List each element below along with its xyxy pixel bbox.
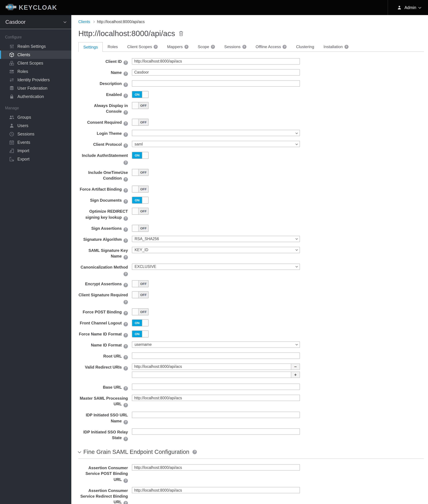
assertion-consumer-service-post-binding-url-input[interactable]	[132, 464, 300, 471]
assertion-consumer-service-redirect-binding-url-input[interactable]	[132, 487, 300, 493]
help-icon[interactable]: ?	[123, 272, 128, 276]
help-icon[interactable]: ?	[184, 45, 189, 49]
user-menu[interactable]: Admin	[388, 0, 428, 15]
tab-offline-access[interactable]: Offline Access?	[251, 42, 291, 51]
login-theme-select[interactable]	[132, 130, 300, 136]
help-icon[interactable]: ?	[123, 478, 128, 483]
root-url-input[interactable]	[132, 352, 300, 359]
help-icon[interactable]: ?	[123, 111, 128, 115]
force-artifact-binding-toggle[interactable]: OFF	[132, 186, 149, 193]
tab-installation[interactable]: Installation?	[319, 42, 353, 51]
help-icon[interactable]: ?	[193, 450, 197, 454]
description-input[interactable]	[132, 80, 300, 87]
help-icon[interactable]: ?	[123, 403, 128, 407]
help-icon[interactable]: ?	[123, 255, 128, 260]
sidebar-item-users[interactable]: Users	[0, 121, 71, 130]
help-icon[interactable]: ?	[123, 283, 128, 288]
sidebar-item-realm-settings[interactable]: Realm Settings	[0, 42, 71, 50]
client-signature-required-toggle[interactable]: OFF	[132, 291, 149, 298]
help-icon[interactable]: ?	[123, 83, 128, 87]
help-icon[interactable]: ?	[154, 45, 158, 49]
include-onetimeuse-condition-toggle[interactable]: OFF	[132, 169, 149, 176]
tab-sessions[interactable]: Sessions?	[220, 42, 251, 51]
tab-clustering[interactable]: Clustering	[291, 42, 319, 51]
help-icon[interactable]: ?	[123, 133, 128, 137]
help-icon[interactable]: ?	[123, 344, 128, 348]
redirect-uri-input-0[interactable]	[132, 363, 291, 370]
client-id-input[interactable]	[132, 58, 300, 64]
consent-required-toggle[interactable]: OFF	[132, 119, 149, 126]
help-icon[interactable]: ?	[123, 238, 128, 243]
sign-assertions-toggle[interactable]: OFF	[132, 224, 149, 232]
client-protocol-select[interactable]: saml	[132, 141, 300, 147]
base-url-input[interactable]	[132, 384, 300, 390]
optimize-redirect-signing-key-lookup-toggle[interactable]: OFF	[132, 208, 149, 215]
help-icon[interactable]: ?	[123, 355, 128, 359]
help-icon[interactable]: ?	[123, 333, 128, 337]
name-input[interactable]	[132, 69, 300, 75]
tab-mappers[interactable]: Mappers?	[162, 42, 193, 51]
tab-client-scopes[interactable]: Client Scopes?	[123, 42, 162, 51]
tab-roles[interactable]: Roles	[103, 42, 123, 51]
help-icon[interactable]: ?	[242, 45, 246, 49]
help-icon[interactable]: ?	[211, 45, 215, 49]
sidebar-item-events[interactable]: Events	[0, 138, 71, 146]
help-icon[interactable]: ?	[123, 311, 128, 315]
help-icon[interactable]: ?	[123, 501, 128, 504]
help-icon[interactable]: ?	[123, 72, 128, 76]
breadcrumb-link-clients[interactable]: Clients	[78, 20, 90, 24]
help-icon[interactable]: ?	[123, 144, 128, 148]
tab-scope[interactable]: Scope?	[193, 42, 220, 51]
name-id-format-select[interactable]: username	[132, 341, 300, 348]
help-icon[interactable]: ?	[123, 366, 128, 370]
sign-documents-toggle[interactable]: ON	[132, 197, 149, 204]
delete-client-button[interactable]	[179, 31, 183, 38]
sidebar-item-import[interactable]: Import	[0, 146, 71, 155]
help-icon[interactable]: ?	[123, 160, 128, 165]
sidebar-item-client-scopes[interactable]: Client Scopes	[0, 59, 71, 67]
encrypt-assertions-toggle[interactable]: OFF	[132, 280, 149, 288]
add-redirect-uri-button[interactable]: +	[291, 371, 300, 378]
help-icon[interactable]: ?	[123, 322, 128, 326]
force-post-binding-toggle[interactable]: OFF	[132, 308, 149, 315]
help-icon[interactable]: ?	[123, 386, 128, 391]
sidebar-item-clients[interactable]: Clients	[0, 50, 71, 59]
keycloak-logo[interactable]: KEYCLOAK	[5, 2, 57, 13]
help-icon[interactable]: ?	[123, 94, 128, 98]
tab-settings[interactable]: Settings	[78, 42, 103, 52]
sidebar-item-groups[interactable]: Groups	[0, 113, 71, 121]
idp-initiated-sso-url-name-input[interactable]	[132, 412, 300, 418]
help-icon[interactable]: ?	[283, 45, 287, 49]
sidebar-item-user-federation[interactable]: User Federation	[0, 84, 71, 92]
signature-algorithm-select[interactable]: RSA_SHA256	[132, 236, 300, 242]
sidebar-item-sessions[interactable]: Sessions	[0, 130, 71, 138]
canonicalization-method-select[interactable]: EXCLUSIVE	[132, 264, 300, 270]
help-icon[interactable]: ?	[123, 227, 128, 232]
help-icon[interactable]: ?	[123, 121, 128, 126]
sidebar-item-identity-providers[interactable]: Identity Providers	[0, 76, 71, 84]
redirect-uri-input-1[interactable]	[132, 371, 291, 378]
always-display-in-console-toggle[interactable]: OFF	[132, 102, 149, 109]
remove-redirect-uri-button[interactable]: −	[291, 363, 300, 370]
help-icon[interactable]: ?	[123, 61, 128, 65]
sidebar-item-roles[interactable]: Roles	[0, 67, 71, 76]
help-icon[interactable]: ?	[345, 45, 348, 49]
section-toggle-fine-grain-saml-endpoint-configuration[interactable]: Fine Grain SAML Endpoint Configuration?	[78, 448, 424, 456]
idp-initiated-sso-relay-state-input[interactable]	[132, 428, 300, 435]
help-icon[interactable]: ?	[123, 300, 128, 304]
sidebar-item-export[interactable]: Export	[0, 155, 71, 163]
master-saml-processing-url-input[interactable]	[132, 395, 300, 401]
help-icon[interactable]: ?	[123, 216, 128, 221]
realm-selector[interactable]: Casdoor	[0, 15, 71, 29]
help-icon[interactable]: ?	[123, 437, 128, 441]
saml-signature-key-name-select[interactable]: KEY_ID	[132, 247, 300, 253]
sidebar-item-authentication[interactable]: Authentication	[0, 92, 71, 101]
help-icon[interactable]: ?	[123, 420, 128, 424]
force-name-id-format-toggle[interactable]: ON	[132, 330, 149, 337]
include-authnstatement-toggle[interactable]: ON	[132, 152, 149, 159]
help-icon[interactable]: ?	[123, 188, 128, 193]
front-channel-logout-toggle[interactable]: ON	[132, 319, 149, 326]
help-icon[interactable]: ?	[123, 177, 128, 182]
help-icon[interactable]: ?	[123, 199, 128, 204]
enabled-toggle[interactable]: ON	[132, 91, 149, 98]
